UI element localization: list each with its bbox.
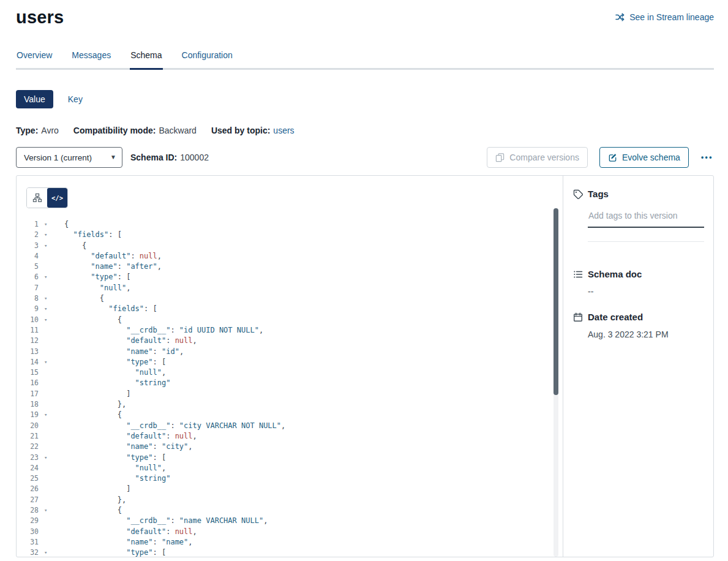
fold-spacer xyxy=(39,378,64,388)
code-text: "type": [ xyxy=(64,453,166,463)
code-line: 1▾{ xyxy=(17,219,563,230)
code-line: 27 }, xyxy=(17,495,563,505)
code-line: 6▾ "type": [ xyxy=(17,272,563,282)
code-line: 14▾ "type": [ xyxy=(17,357,563,367)
compare-versions-label: Compare versions xyxy=(509,152,579,162)
code-text: "default": null, xyxy=(64,431,197,442)
scrollbar-thumb[interactable] xyxy=(554,208,558,395)
type-label: Type: xyxy=(16,126,38,135)
code-line: 21 "default": null, xyxy=(17,431,563,442)
tags-divider xyxy=(588,241,704,242)
code-text: { xyxy=(64,293,104,304)
line-number: 13 xyxy=(17,347,39,357)
code-line: 26 ] xyxy=(17,484,563,494)
code-text: { xyxy=(64,241,86,251)
line-number: 16 xyxy=(17,378,39,388)
fold-spacer xyxy=(39,463,64,473)
tab-overview[interactable]: Overview xyxy=(16,45,53,68)
fold-caret-icon[interactable]: ▾ xyxy=(39,315,64,325)
version-select-wrap: Version 1 (current) ▼ xyxy=(16,147,122,168)
code-text: { xyxy=(64,219,69,230)
evolve-schema-button[interactable]: Evolve schema xyxy=(599,147,689,168)
code-line: 13 "name": "id", xyxy=(17,347,563,357)
version-select[interactable]: Version 1 (current) xyxy=(16,147,122,168)
view-toggle-group: </> xyxy=(26,187,68,208)
value-toggle-button[interactable]: Value xyxy=(16,90,53,108)
fold-caret-icon[interactable]: ▾ xyxy=(39,453,64,463)
code-line: 3▾ { xyxy=(17,241,563,251)
line-number: 8 xyxy=(17,293,39,304)
schema-doc-value: -- xyxy=(588,287,704,296)
schema-doc-header: Schema doc xyxy=(573,269,704,279)
code-text: "fields": [ xyxy=(64,230,122,240)
code-text: "__crdb__": "city VARCHAR NOT NULL", xyxy=(64,421,285,431)
fold-caret-icon[interactable]: ▾ xyxy=(39,272,64,282)
value-key-toggle: Value Key xyxy=(16,90,714,108)
type-group: Type:Avro xyxy=(16,126,59,135)
fold-spacer xyxy=(39,389,64,399)
fold-spacer xyxy=(39,325,64,336)
code-text: "null", xyxy=(64,367,166,378)
topic-link[interactable]: users xyxy=(273,126,294,135)
line-number: 25 xyxy=(17,473,39,484)
tags-title: Tags xyxy=(588,189,609,199)
code-line: 16 "string" xyxy=(17,378,563,388)
line-number: 11 xyxy=(17,325,39,336)
compare-versions-button[interactable]: Compare versions xyxy=(487,147,588,168)
code-line: 11 "__crdb__": "id UUID NOT NULL", xyxy=(17,325,563,336)
edit-icon xyxy=(608,152,617,162)
compatibility-label: Compatibility mode: xyxy=(73,126,156,135)
code-text: "type": [ xyxy=(64,272,130,282)
stream-lineage-link[interactable]: See in Stream lineage xyxy=(615,12,714,22)
code-text: "default": null, xyxy=(64,251,162,262)
tab-messages[interactable]: Messages xyxy=(71,45,111,68)
fold-caret-icon[interactable]: ▾ xyxy=(39,230,64,240)
code-line: 5 "name": "after", xyxy=(17,262,563,272)
fold-caret-icon[interactable]: ▾ xyxy=(39,357,64,367)
fold-caret-icon[interactable]: ▾ xyxy=(39,241,64,251)
fold-caret-icon[interactable]: ▾ xyxy=(39,548,64,557)
fold-spacer xyxy=(39,484,64,494)
code-text: "default": null, xyxy=(64,336,197,346)
compatibility-group: Compatibility mode:Backward xyxy=(73,126,197,135)
tab-schema[interactable]: Schema xyxy=(130,45,162,68)
tab-bar: Overview Messages Schema Configuration xyxy=(16,45,714,70)
line-number: 14 xyxy=(17,357,39,367)
fold-caret-icon[interactable]: ▾ xyxy=(39,293,64,304)
stream-lineage-label: See in Stream lineage xyxy=(629,12,714,22)
line-number: 7 xyxy=(17,283,39,293)
line-number: 23 xyxy=(17,453,39,463)
more-actions-button[interactable]: ••• xyxy=(700,153,714,162)
line-number: 3 xyxy=(17,241,39,251)
code-line: 28▾ { xyxy=(17,505,563,516)
fold-caret-icon[interactable]: ▾ xyxy=(39,219,64,230)
code-line: 30 "default": null, xyxy=(17,527,563,537)
code-line: 31 "name": "name", xyxy=(17,537,563,548)
code-line: 4 "default": null, xyxy=(17,251,563,262)
code-view-button[interactable]: </> xyxy=(47,188,67,208)
line-number: 4 xyxy=(17,251,39,262)
code-line: 24 "null", xyxy=(17,463,563,473)
fold-caret-icon[interactable]: ▾ xyxy=(39,410,64,420)
fold-spacer xyxy=(39,431,64,442)
fold-spacer xyxy=(39,473,64,484)
tree-view-button[interactable] xyxy=(27,188,47,208)
add-tags-input[interactable] xyxy=(588,209,704,228)
date-created-header: Date created xyxy=(573,312,704,322)
used-by-topic-label: Used by topic: xyxy=(211,126,270,135)
code-lines: 1▾{2▾ "fields": [3▾ {4 "default": null,5… xyxy=(17,219,563,557)
schema-code-column: </> 1▾{2▾ "fields": [3▾ {4 "default": nu… xyxy=(17,176,563,557)
key-toggle-button[interactable]: Key xyxy=(67,90,84,108)
fold-spacer xyxy=(39,262,64,272)
line-number: 21 xyxy=(17,431,39,442)
code-line: 8▾ { xyxy=(17,293,563,304)
line-number: 24 xyxy=(17,463,39,473)
fold-caret-icon[interactable]: ▾ xyxy=(39,505,64,516)
code-text: "type": [ xyxy=(64,548,166,557)
code-text: }, xyxy=(64,399,126,410)
fold-spacer xyxy=(39,442,64,452)
compatibility-value: Backward xyxy=(159,126,196,135)
tab-configuration[interactable]: Configuration xyxy=(181,45,233,68)
fold-caret-icon[interactable]: ▾ xyxy=(39,304,64,314)
line-number: 6 xyxy=(17,272,39,282)
